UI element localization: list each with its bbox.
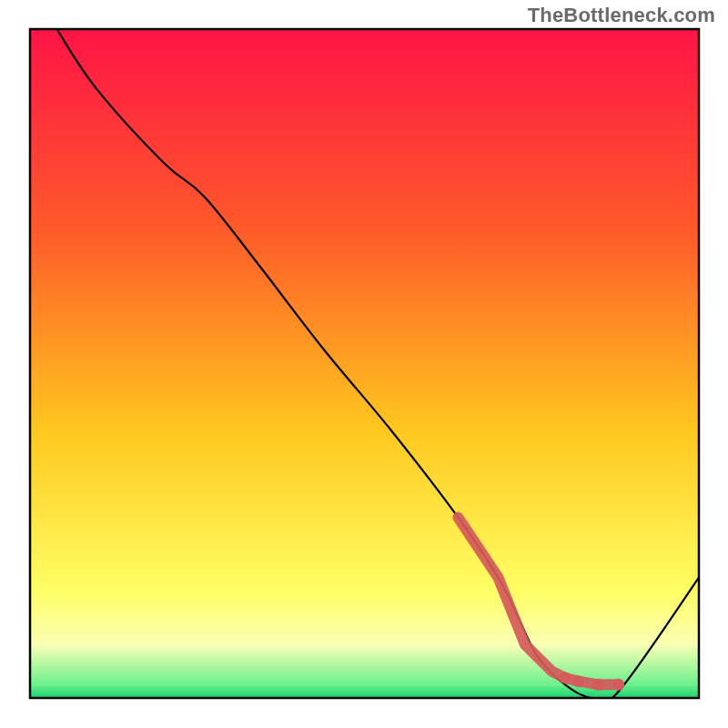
chart-svg xyxy=(0,0,728,728)
chart-stage: TheBottleneck.com xyxy=(0,0,728,728)
marker-dot xyxy=(572,675,584,687)
marker-dot xyxy=(592,679,604,691)
marker-dot xyxy=(612,679,624,691)
gradient-band xyxy=(30,230,699,431)
gradient-band xyxy=(30,430,699,592)
gradient-band xyxy=(30,591,699,644)
gradient-band xyxy=(30,29,699,230)
marker-dot xyxy=(560,672,571,683)
